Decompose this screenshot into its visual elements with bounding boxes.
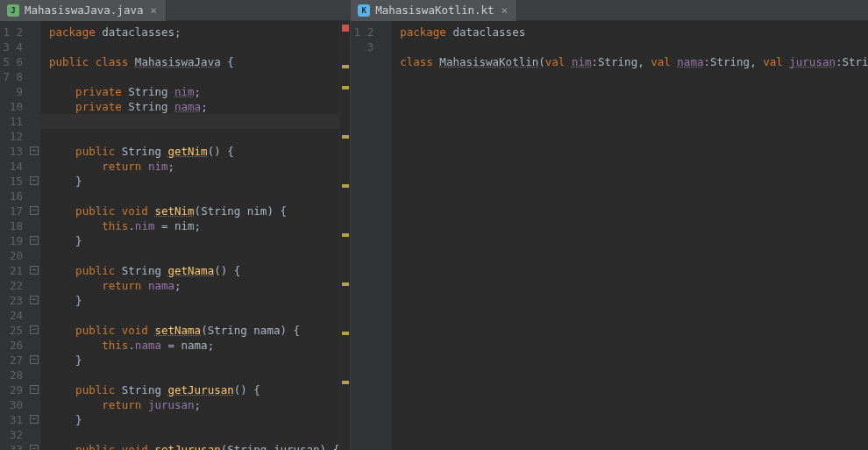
marker-stripe[interactable] xyxy=(339,21,350,450)
warning-mark[interactable] xyxy=(342,135,349,139)
fold-toggle[interactable]: − xyxy=(30,325,39,334)
tab-label: MahasiswaJava.java xyxy=(25,4,143,17)
editor-pane-left: J MahasiswaJava.java × 1 2 3 4 5 6 7 8 9… xyxy=(0,0,351,450)
java-file-icon: J xyxy=(7,4,19,17)
error-mark[interactable] xyxy=(342,25,349,32)
editor-right[interactable]: 1 2 3 package dataclassesclass Mahasiswa… xyxy=(351,21,868,450)
fold-toggle[interactable]: − xyxy=(30,146,39,155)
warning-mark[interactable] xyxy=(342,381,349,384)
warning-mark[interactable] xyxy=(342,184,349,188)
code-area-right[interactable]: package dataclassesclass MahasiswaKotlin… xyxy=(391,21,868,69)
editor-left[interactable]: 1 2 3 4 5 6 7 8 9 10 11 12 13 14 15 16 1… xyxy=(0,21,350,450)
kotlin-file-icon: K xyxy=(358,4,370,17)
current-line-highlight xyxy=(40,114,339,129)
fold-toggle[interactable]: − xyxy=(30,355,39,364)
fold-toggle[interactable]: − xyxy=(30,415,39,424)
fold-toggle[interactable]: − xyxy=(30,266,39,275)
code-area-left[interactable]: package dataclasses;public class Mahasis… xyxy=(40,21,339,450)
warning-mark[interactable] xyxy=(342,282,349,286)
fold-column xyxy=(379,21,391,450)
line-gutter: 1 2 3 xyxy=(351,21,379,450)
tab-java[interactable]: J MahasiswaJava.java × xyxy=(0,0,167,21)
warning-mark[interactable] xyxy=(342,86,349,89)
editor-pane-right: K MahasiswaKotlin.kt × 1 2 3 package dat… xyxy=(351,0,868,450)
warning-mark[interactable] xyxy=(342,332,349,335)
fold-toggle[interactable]: − xyxy=(30,236,39,245)
fold-toggle[interactable]: − xyxy=(30,206,39,215)
line-gutter: 1 2 3 4 5 6 7 8 9 10 11 12 13 14 15 16 1… xyxy=(0,21,28,450)
warning-mark[interactable] xyxy=(342,233,349,237)
tab-bar-right: K MahasiswaKotlin.kt × xyxy=(351,0,868,21)
tab-kotlin[interactable]: K MahasiswaKotlin.kt × xyxy=(351,0,517,21)
warning-mark[interactable] xyxy=(342,65,349,68)
fold-toggle[interactable]: − xyxy=(30,176,39,185)
fold-toggle[interactable]: − xyxy=(30,445,39,450)
close-icon[interactable]: × xyxy=(148,4,158,17)
fold-column: −−−−−−−−−−−− xyxy=(28,21,40,450)
fold-toggle[interactable]: − xyxy=(30,296,39,304)
tab-bar-left: J MahasiswaJava.java × xyxy=(0,0,350,21)
tab-label: MahasiswaKotlin.kt xyxy=(375,4,494,17)
fold-toggle[interactable]: − xyxy=(30,385,39,394)
close-icon[interactable]: × xyxy=(500,4,509,17)
